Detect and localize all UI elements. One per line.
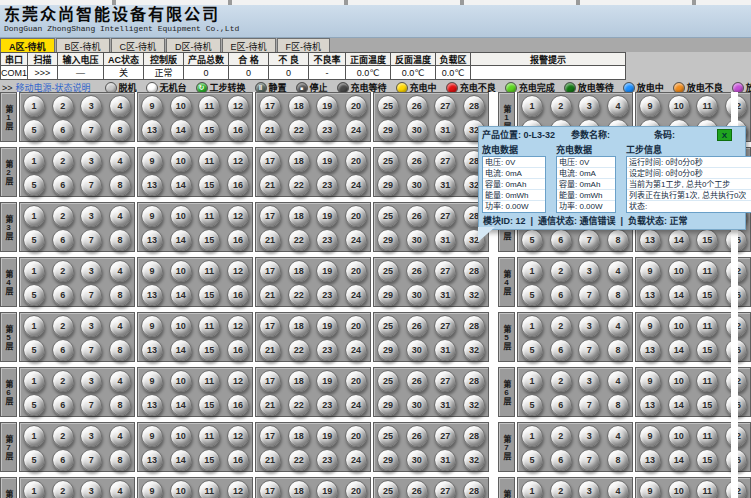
battery-cell[interactable]: 25 — [377, 95, 399, 117]
battery-cell[interactable]: 12 — [227, 150, 249, 172]
battery-cell[interactable]: 1 — [23, 260, 45, 282]
battery-cell[interactable]: 14 — [170, 284, 192, 306]
battery-cell[interactable]: 10 — [668, 425, 690, 447]
battery-cell[interactable]: 27 — [434, 205, 456, 227]
battery-cell[interactable]: 27 — [434, 150, 456, 172]
battery-cell[interactable]: 9 — [639, 480, 661, 498]
battery-cell[interactable]: 21 — [259, 119, 281, 141]
battery-cell[interactable]: 26 — [406, 95, 428, 117]
battery-cell[interactable]: 2 — [550, 260, 572, 282]
battery-cell[interactable]: 10 — [170, 150, 192, 172]
battery-cell[interactable]: 15 — [198, 174, 220, 196]
battery-cell[interactable]: 15 — [198, 284, 220, 306]
battery-cell[interactable]: 2 — [550, 315, 572, 337]
battery-cell[interactable]: 16 — [227, 229, 249, 251]
battery-cell[interactable]: 7 — [80, 449, 102, 471]
battery-cell[interactable]: 28 — [463, 315, 485, 337]
battery-cell[interactable]: 9 — [639, 95, 661, 117]
battery-cell[interactable]: 2 — [52, 370, 74, 392]
battery-cell[interactable]: 29 — [377, 449, 399, 471]
battery-cell[interactable]: 14 — [668, 229, 690, 251]
battery-cell[interactable]: 24 — [345, 394, 367, 416]
battery-cell[interactable]: 5 — [521, 229, 543, 251]
battery-cell[interactable]: 7 — [80, 119, 102, 141]
battery-cell[interactable]: 30 — [406, 229, 428, 251]
battery-cell[interactable]: 26 — [406, 150, 428, 172]
battery-cell[interactable]: 9 — [141, 480, 163, 498]
battery-cell[interactable]: 10 — [170, 315, 192, 337]
battery-cell[interactable]: 6 — [52, 119, 74, 141]
battery-cell[interactable]: 9 — [639, 370, 661, 392]
battery-cell[interactable]: 19 — [316, 95, 338, 117]
battery-cell[interactable]: 5 — [23, 174, 45, 196]
battery-cell[interactable]: 24 — [345, 339, 367, 361]
battery-cell[interactable]: 6 — [52, 339, 74, 361]
battery-cell[interactable]: 5 — [23, 119, 45, 141]
battery-cell[interactable]: 6 — [52, 449, 74, 471]
battery-cell[interactable]: 20 — [345, 150, 367, 172]
battery-cell[interactable]: 18 — [288, 425, 310, 447]
battery-cell[interactable]: 6 — [550, 284, 572, 306]
battery-cell[interactable]: 11 — [198, 205, 220, 227]
battery-cell[interactable]: 18 — [288, 370, 310, 392]
battery-cell[interactable]: 4 — [607, 370, 629, 392]
battery-cell[interactable]: 6 — [52, 284, 74, 306]
battery-cell[interactable]: 9 — [141, 315, 163, 337]
battery-cell[interactable]: 18 — [288, 260, 310, 282]
battery-cell[interactable]: 1 — [23, 370, 45, 392]
battery-cell[interactable]: 3 — [80, 315, 102, 337]
battery-cell[interactable]: 20 — [345, 260, 367, 282]
battery-cell[interactable]: 5 — [521, 449, 543, 471]
battery-cell[interactable]: 10 — [668, 95, 690, 117]
battery-cell[interactable]: 6 — [52, 394, 74, 416]
battery-cell[interactable]: 17 — [259, 205, 281, 227]
battery-cell[interactable]: 25 — [377, 315, 399, 337]
battery-cell[interactable]: 6 — [550, 394, 572, 416]
battery-cell[interactable]: 7 — [80, 284, 102, 306]
battery-cell[interactable]: 17 — [259, 95, 281, 117]
battery-cell[interactable]: 9 — [141, 150, 163, 172]
battery-cell[interactable]: 27 — [434, 480, 456, 498]
battery-cell[interactable]: 15 — [696, 284, 718, 306]
battery-cell[interactable]: 9 — [141, 425, 163, 447]
battery-cell[interactable]: 8 — [607, 229, 629, 251]
battery-cell[interactable]: 4 — [109, 315, 131, 337]
battery-cell[interactable]: 1 — [521, 425, 543, 447]
battery-cell[interactable]: 12 — [227, 260, 249, 282]
battery-cell[interactable]: 25 — [377, 205, 399, 227]
battery-cell[interactable]: 11 — [198, 370, 220, 392]
battery-cell[interactable]: 28 — [463, 260, 485, 282]
battery-cell[interactable]: 25 — [377, 425, 399, 447]
battery-cell[interactable]: 4 — [607, 95, 629, 117]
battery-cell[interactable]: 10 — [170, 205, 192, 227]
battery-cell[interactable]: 8 — [109, 284, 131, 306]
battery-cell[interactable]: 13 — [141, 339, 163, 361]
battery-cell[interactable]: 29 — [377, 119, 399, 141]
battery-cell[interactable]: 6 — [550, 339, 572, 361]
battery-cell[interactable]: 11 — [198, 150, 220, 172]
battery-cell[interactable]: 1 — [23, 425, 45, 447]
battery-cell[interactable]: 12 — [227, 425, 249, 447]
battery-cell[interactable]: 24 — [345, 174, 367, 196]
battery-cell[interactable]: 8 — [109, 449, 131, 471]
battery-cell[interactable]: 10 — [668, 260, 690, 282]
battery-cell[interactable]: 25 — [377, 480, 399, 498]
battery-cell[interactable]: 22 — [288, 449, 310, 471]
battery-cell[interactable]: 12 — [227, 315, 249, 337]
battery-cell[interactable]: 32 — [463, 284, 485, 306]
battery-cell[interactable]: 13 — [639, 449, 661, 471]
battery-cell[interactable]: 20 — [345, 205, 367, 227]
battery-cell[interactable]: 21 — [259, 394, 281, 416]
battery-cell[interactable]: 19 — [316, 150, 338, 172]
battery-cell[interactable]: 19 — [316, 315, 338, 337]
battery-cell[interactable]: 30 — [406, 449, 428, 471]
battery-cell[interactable]: 13 — [639, 284, 661, 306]
battery-cell[interactable]: 29 — [377, 229, 399, 251]
battery-cell[interactable]: 20 — [345, 425, 367, 447]
battery-cell[interactable]: 13 — [141, 394, 163, 416]
battery-cell[interactable]: 15 — [198, 449, 220, 471]
battery-cell[interactable]: 14 — [668, 284, 690, 306]
battery-cell[interactable]: 30 — [406, 339, 428, 361]
battery-cell[interactable]: 31 — [434, 339, 456, 361]
battery-cell[interactable]: 23 — [316, 394, 338, 416]
